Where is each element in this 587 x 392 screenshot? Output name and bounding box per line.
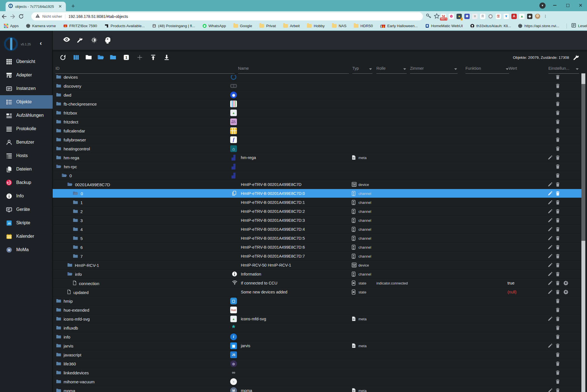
tree-node[interactable]: linkeddevices [56, 370, 89, 375]
delete-trash-icon[interactable] [556, 343, 560, 349]
delete-trash-icon[interactable] [556, 236, 560, 242]
bookmark-item[interactable]: (48) Posteingang | fl... [152, 24, 195, 28]
table-row[interactable]: fb-checkpresence [53, 99, 581, 108]
delete-trash-icon[interactable] [556, 272, 560, 278]
edit-pencil-icon[interactable] [548, 254, 553, 260]
delete-trash-icon[interactable] [556, 352, 560, 358]
table-row[interactable]: icons-mfd-svg▲icons-mfd-svgmeta [53, 314, 581, 323]
tree-node[interactable]: javascript [56, 352, 81, 358]
column-filter-zimmer[interactable]: Zimmer [410, 66, 424, 71]
chevron-down-icon[interactable] [369, 68, 372, 70]
tree-node[interactable]: 0 [73, 191, 83, 196]
table-row[interactable]: 2HmIP-eTRV-B 00201A499E8C7D:2channel [53, 207, 581, 216]
sidebar-item-dateien[interactable]: Dateien [0, 162, 53, 176]
delete-trash-icon[interactable] [556, 101, 560, 108]
chevron-down-icon[interactable] [576, 68, 579, 70]
tree-node[interactable]: fritzbox [56, 110, 77, 116]
browser-tab[interactable]: objects - 7c77164a1925 ✕ [6, 2, 66, 11]
edit-pencil-icon[interactable] [548, 263, 553, 269]
settings-gear-icon[interactable] [563, 281, 568, 286]
drive-extension-icon[interactable]: ▲ [519, 13, 525, 20]
tree-node[interactable]: fullcalendar [56, 128, 85, 134]
sidebar-item-skripte[interactable]: JSSkripte [0, 216, 53, 230]
column-filter-name[interactable]: Name [238, 66, 249, 71]
tree-node[interactable]: moma [56, 388, 75, 392]
chevron-down-icon[interactable] [454, 68, 457, 70]
tree-node[interactable]: icons-mfd-svg [56, 316, 90, 322]
plus-icon[interactable] [137, 54, 143, 62]
tree-node[interactable]: 1 [73, 200, 83, 205]
table-row[interactable]: 3HmIP-eTRV-B 00201A499E8C7D:3channel [53, 216, 581, 225]
sidebar-item-objekte[interactable]: Objekte [0, 95, 53, 109]
eye-icon[interactable] [63, 37, 70, 43]
bookmark-item[interactable]: Privat [259, 24, 276, 28]
tree-node[interactable]: info [67, 272, 82, 277]
window-maximize-button[interactable] [561, 0, 574, 11]
table-row[interactable]: discovery [53, 81, 581, 90]
edit-pencil-icon[interactable] [548, 209, 553, 215]
delete-trash-icon[interactable] [556, 307, 560, 314]
delete-trash-icon[interactable] [556, 209, 560, 215]
table-row[interactable]: linkeddevices∞ [53, 368, 581, 377]
delete-trash-icon[interactable] [556, 379, 560, 385]
tree-node[interactable]: devices [56, 75, 78, 80]
delete-trash-icon[interactable] [556, 182, 560, 188]
delete-trash-icon[interactable] [556, 263, 560, 269]
sidebar-item-kalender[interactable]: Kalender [0, 230, 53, 243]
delete-trash-icon[interactable] [556, 281, 560, 287]
delete-trash-icon[interactable] [556, 200, 560, 206]
table-row[interactable]: jarvis▣jarvismeta [53, 341, 581, 350]
delete-trash-icon[interactable] [556, 298, 560, 305]
tree-node[interactable]: hue-extended [56, 307, 89, 313]
acrobat-extension-icon[interactable]: A [511, 13, 517, 20]
table-row[interactable]: connectionIf connected to CCUstateindica… [53, 279, 581, 288]
edit-pencil-icon[interactable] [548, 200, 553, 206]
delete-trash-icon[interactable] [556, 155, 560, 161]
column-filter-funktion[interactable]: Funktion [465, 66, 481, 71]
table-row[interactable]: 0HmIP-eTRV-B 00201A499E8C7D:0channel [53, 189, 581, 198]
sidebar-item--bersicht[interactable]: Übersicht [0, 55, 53, 68]
tree-node[interactable]: heatingcontrol [56, 146, 90, 151]
columns-settings-wrench-icon[interactable] [573, 54, 579, 62]
download-icon[interactable] [164, 54, 170, 62]
edit-pencil-icon[interactable] [548, 316, 553, 322]
delete-trash-icon[interactable] [556, 164, 560, 170]
table-row[interactable]: hm-rega▟hm-regameta [53, 153, 581, 162]
tree-node[interactable]: influxdb [56, 325, 78, 331]
edit-pencil-icon[interactable] [548, 155, 553, 161]
table-row[interactable]: fullcalendar [53, 126, 581, 135]
window-close-button[interactable]: ✕ [574, 0, 587, 11]
table-row[interactable]: 4HmIP-eTRV-B 00201A499E8C7D:4channel [53, 225, 581, 234]
delete-trash-icon[interactable] [556, 290, 560, 296]
globe-extension-icon[interactable]: ●! [456, 13, 462, 20]
edit-pencil-icon[interactable] [548, 290, 553, 295]
tree-node[interactable]: 00201A499E8C7D [67, 182, 110, 187]
delete-trash-icon[interactable] [556, 128, 560, 134]
table-row[interactable]: javascriptJS [53, 350, 581, 359]
table-row[interactable]: fullybrowserf [53, 135, 581, 144]
forward-icon[interactable] [8, 13, 17, 20]
delete-trash-icon[interactable] [556, 316, 560, 323]
tree-node[interactable]: info [56, 334, 70, 340]
url-field[interactable]: Nicht sicher 192.168.178.51:8081/#tab-ob… [31, 12, 423, 20]
bookmark-item[interactable]: Arbeit [283, 24, 300, 28]
table-row[interactable]: updatedSome new devices addedstate(null) [53, 288, 581, 297]
bookmark-item[interactable]: HomeMatic WebUI [425, 24, 463, 28]
refresh-icon[interactable] [60, 54, 66, 62]
table-row[interactable]: hm-rpc▟ [53, 162, 581, 171]
bookmark-item[interactable]: FRITZ!Box 7590 [63, 24, 97, 28]
ring-extension-icon[interactable] [487, 13, 494, 20]
edit-pencil-icon[interactable] [548, 272, 553, 277]
tree-node[interactable]: hmip [56, 298, 73, 304]
red-key-extension-icon[interactable]: ⚿ [495, 13, 502, 20]
bookmark-item[interactable]: WhatsApp [202, 24, 226, 28]
sidebar-item-protokolle[interactable]: Protokolle [0, 122, 53, 136]
tab-close-icon[interactable]: ✕ [57, 4, 63, 9]
table-row[interactable]: devices [53, 75, 581, 81]
tree-node[interactable]: 5 [73, 236, 83, 241]
photos-extension-icon[interactable]: ✿ [448, 13, 455, 20]
sidebar-item-adapter[interactable]: Adapter [0, 68, 53, 82]
table-row[interactable]: 5HmIP-eTRV-B 00201A499E8C7D:5channel [53, 234, 581, 243]
bookmark-star-icon[interactable] [434, 13, 440, 20]
edit-pencil-icon[interactable] [548, 191, 553, 197]
